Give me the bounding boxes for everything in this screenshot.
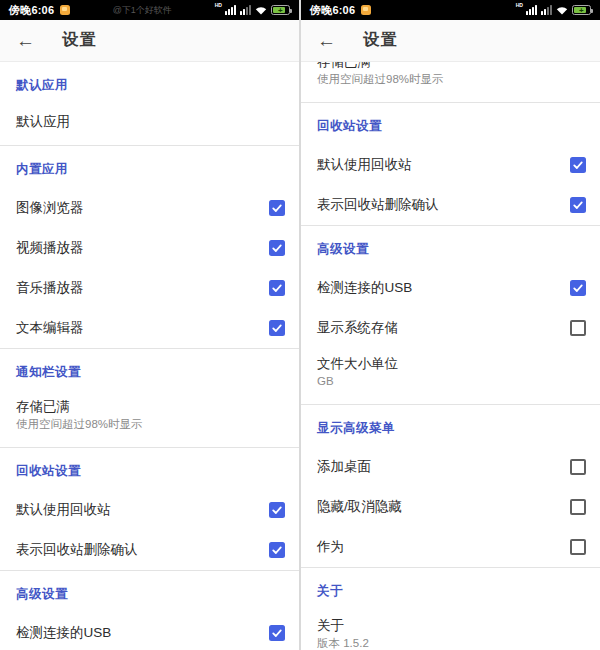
- section-header-label: 通知栏设置: [16, 364, 81, 381]
- section-header: 通知栏设置: [0, 349, 299, 391]
- signal-bars-icon-sim2: [240, 5, 251, 15]
- status-icons: HD +: [515, 1, 591, 19]
- item-label: 图像浏览器: [16, 199, 269, 217]
- section-header: 关于: [301, 568, 600, 610]
- checkbox-icon[interactable]: [269, 625, 285, 641]
- section-header: 默认应用: [0, 62, 299, 104]
- back-button[interactable]: ←: [16, 31, 35, 50]
- section-header-label: 回收站设置: [16, 463, 81, 480]
- app-bar: ← 设置: [301, 20, 600, 62]
- settings-item[interactable]: 默认应用: [0, 104, 299, 140]
- status-bar: 傍晚6:06 HD +: [301, 0, 600, 20]
- section-header-label: 关于: [317, 583, 343, 600]
- signal-bars-icon-sim1: [526, 5, 537, 15]
- settings-checkbox-item[interactable]: 图像浏览器: [0, 188, 299, 228]
- settings-item[interactable]: 文件大小单位GB: [301, 348, 600, 404]
- settings-checkbox-item[interactable]: 表示回收站删除确认: [0, 530, 299, 570]
- section-header: 回收站设置: [301, 103, 600, 145]
- settings-item[interactable]: 关于版本 1.5.2: [301, 610, 600, 650]
- item-label: 默认应用: [16, 113, 70, 131]
- item-label: 关于: [317, 617, 584, 635]
- item-label: 文件大小单位: [317, 355, 584, 373]
- item-label: 默认使用回收站: [317, 156, 570, 174]
- checkbox-icon[interactable]: [570, 459, 586, 475]
- checkbox-icon[interactable]: [269, 200, 285, 216]
- checkbox-icon[interactable]: [570, 539, 586, 555]
- settings-checkbox-item[interactable]: 检测连接的USB: [301, 268, 600, 308]
- settings-checkbox-item[interactable]: 作为: [301, 527, 600, 567]
- checkbox-icon[interactable]: [269, 320, 285, 336]
- item-label: 显示系统存储: [317, 319, 570, 337]
- section-header-label: 高级设置: [317, 241, 369, 258]
- wifi-icon: [255, 1, 267, 19]
- section-header-label: 内置应用: [16, 161, 68, 178]
- clock: 傍晚6:06: [9, 3, 54, 18]
- section-header: 高级设置: [0, 571, 299, 613]
- checkbox-icon[interactable]: [570, 157, 586, 173]
- settings-checkbox-item[interactable]: 文本编辑器: [0, 308, 299, 348]
- battery-icon: +: [572, 5, 591, 15]
- settings-checkbox-item[interactable]: 隐藏/取消隐藏: [301, 487, 600, 527]
- item-label: 音乐播放器: [16, 279, 269, 297]
- item-sublabel: 版本 1.5.2: [317, 635, 584, 650]
- checkbox-icon[interactable]: [269, 542, 285, 558]
- notification-app-icon: [361, 5, 371, 15]
- charging-bolt-icon: +: [278, 6, 283, 15]
- back-button[interactable]: ←: [317, 31, 336, 50]
- notification-app-icon: [60, 5, 70, 15]
- status-icons: HD +: [214, 1, 290, 19]
- checkbox-icon[interactable]: [570, 320, 586, 336]
- checkbox-icon[interactable]: [570, 197, 586, 213]
- hd-label: HD: [215, 2, 222, 7]
- item-label: 检测连接的USB: [16, 624, 269, 642]
- page-title: 设置: [62, 30, 98, 51]
- page-title: 设置: [363, 30, 399, 51]
- signal-bars-icon-sim2: [541, 5, 552, 15]
- section-header: 回收站设置: [0, 448, 299, 490]
- charging-bolt-icon: +: [579, 6, 584, 15]
- item-label: 存储已满: [16, 398, 283, 416]
- item-label: 添加桌面: [317, 458, 570, 476]
- settings-checkbox-item[interactable]: 默认使用回收站: [301, 145, 600, 185]
- section-header-label: 回收站设置: [317, 118, 382, 135]
- item-label: 作为: [317, 538, 570, 556]
- item-sublabel: GB: [317, 373, 584, 390]
- item-label: 表示回收站删除确认: [317, 196, 570, 214]
- screenshot-panel-right: 傍晚6:06 HD + ← 设置 存储已满使用空间超过98%时显示回收站设置默认…: [301, 0, 600, 650]
- item-label: 检测连接的USB: [317, 279, 570, 297]
- settings-checkbox-item[interactable]: 显示系统存储: [301, 308, 600, 348]
- watermark-text: @下1个好软件: [70, 4, 214, 17]
- settings-list: 存储已满使用空间超过98%时显示回收站设置默认使用回收站表示回收站删除确认高级设…: [301, 62, 600, 650]
- clock: 傍晚6:06: [310, 3, 355, 18]
- section-header-label: 高级设置: [16, 586, 68, 603]
- item-label: 表示回收站删除确认: [16, 541, 269, 559]
- settings-checkbox-item[interactable]: 表示回收站删除确认: [301, 185, 600, 225]
- section-header: 高级设置: [301, 226, 600, 268]
- item-label: 默认使用回收站: [16, 501, 269, 519]
- item-label: 文本编辑器: [16, 319, 269, 337]
- section-header: 内置应用: [0, 146, 299, 188]
- settings-checkbox-item[interactable]: 音乐播放器: [0, 268, 299, 308]
- settings-checkbox-item[interactable]: 检测连接的USB: [0, 613, 299, 650]
- settings-checkbox-item[interactable]: 添加桌面: [301, 447, 600, 487]
- checkbox-icon[interactable]: [269, 502, 285, 518]
- checkbox-icon[interactable]: [570, 280, 586, 296]
- checkbox-icon[interactable]: [269, 240, 285, 256]
- item-sublabel: 使用空间超过98%时显示: [16, 416, 283, 433]
- section-header-label: 显示高级菜单: [317, 420, 395, 437]
- checkbox-icon[interactable]: [570, 499, 586, 515]
- section-header-label: 默认应用: [16, 77, 68, 94]
- item-label: 视频播放器: [16, 239, 269, 257]
- screenshot-panel-left: 傍晚6:06 @下1个好软件 HD + ← 设置 默认应用默认应用内置应用图像浏…: [0, 0, 299, 650]
- checkbox-icon[interactable]: [269, 280, 285, 296]
- settings-item[interactable]: 存储已满使用空间超过98%时显示: [0, 391, 299, 447]
- settings-checkbox-item[interactable]: 视频播放器: [0, 228, 299, 268]
- item-label: 存储已满: [317, 62, 584, 71]
- item-label: 隐藏/取消隐藏: [317, 498, 570, 516]
- settings-list: 默认应用默认应用内置应用图像浏览器视频播放器音乐播放器文本编辑器通知栏设置存储已…: [0, 62, 299, 650]
- battery-icon: +: [271, 5, 290, 15]
- settings-checkbox-item[interactable]: 默认使用回收站: [0, 490, 299, 530]
- hd-label: HD: [516, 2, 523, 7]
- settings-item[interactable]: 存储已满使用空间超过98%时显示: [301, 62, 600, 102]
- wifi-icon: [556, 1, 568, 19]
